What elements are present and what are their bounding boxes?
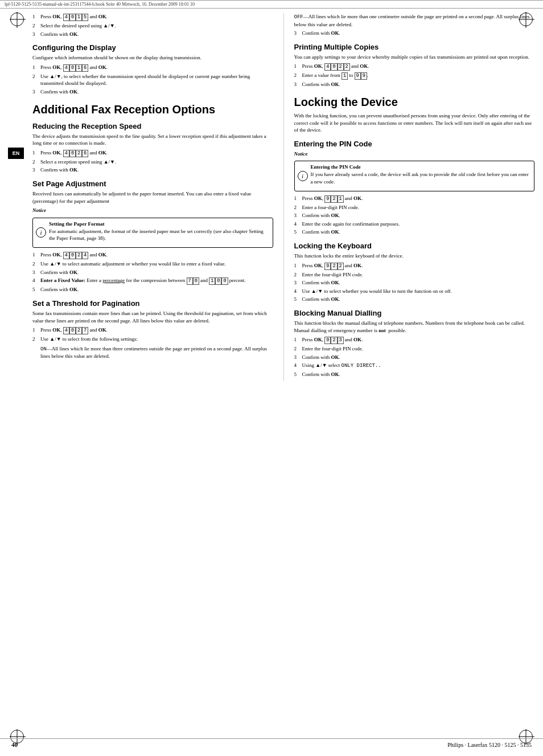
step-item: 2 Enter the four-digit PIN code. (294, 345, 535, 353)
footer-brand: Philips · Laserfax 5120 · 5125 · 5135 (447, 742, 532, 748)
step-item: 3 Confirm with OK. (32, 31, 273, 38)
set-page-adjustment-desc: Received faxes can automatically be adju… (32, 190, 273, 205)
reducing-speed-title: Reducing the Reception Speed (32, 122, 273, 130)
printing-copies-desc: You can apply settings to your device wh… (294, 54, 535, 61)
printing-copies-steps: 1 Press OK, 4022 and OK. 2 Enter a value… (294, 63, 535, 88)
step-item: 2 Use ▲/▼ to select from the following s… (32, 336, 273, 343)
step-item: 3 Confirm with OK. (294, 81, 535, 88)
threshold-on-desc: ON—All lines which lie more than three c… (40, 345, 273, 360)
printing-copies-title: Printing Multiple Copies (294, 43, 535, 51)
left-column: 1 Press OK, 4015 and OK. 2 Select the de… (32, 13, 284, 381)
step-item: 3 Confirm with OK. (294, 212, 535, 219)
entering-pin-steps: 1 Press OK, 921 and OK. 2 Enter a four-d… (294, 195, 535, 236)
step-item: 2 Use ▲/▼ to select automatic adjustment… (32, 260, 273, 268)
locking-device-desc: With the locking function, you can preve… (294, 112, 535, 134)
step-item: 1 Press OK, 4024 and OK. (32, 251, 273, 259)
configuring-display-steps: 1 Press OK, 4016 and OK. 2 Use ▲/▼, to s… (32, 64, 273, 96)
notice-label-page: Notice (32, 207, 273, 214)
notice-box-page: i Setting the Paper Format For automatic… (32, 218, 273, 248)
step-item: 1 Press OK, 923 and OK. (294, 336, 535, 344)
blocking-manual-steps: 1 Press OK, 923 and OK. 2 Enter the four… (294, 336, 535, 378)
step-item: 5 Confirm with OK. (294, 371, 535, 378)
notice-icon-pin: i (298, 171, 308, 181)
locking-keyboard-desc: This function locks the entire keyboard … (294, 252, 535, 260)
step-item: 4 Use ▲/▼ to select whether you would li… (294, 288, 535, 295)
notice-text-page: For automatic adjustment, the format of … (49, 228, 270, 242)
step-item: 2 Enter a four-digit PIN code. (294, 204, 535, 211)
blocking-manual-title: Blocking Manual Dialling (294, 309, 535, 317)
locking-device-title: Locking the Device (294, 95, 535, 109)
step-item: 4 Enter a Fixed Value: Enter a percentag… (32, 277, 273, 285)
step-item: 2 Select a reception speed using ▲/▼. (32, 158, 273, 166)
step-item: 3 Confirm with OK. (294, 354, 535, 361)
step-item: 1 Press OK, 4026 and OK. (32, 149, 273, 157)
columns: 1 Press OK, 4015 and OK. 2 Select the de… (24, 13, 543, 381)
footer-page: 40 (11, 741, 18, 748)
notice-label-pin: Notice (294, 150, 535, 158)
threshold-desc: Some fax transmissions contain more line… (32, 310, 273, 324)
step-item: 1 Press OK, 4027 and OK. (32, 326, 273, 334)
header-bar: lpf-5120-5125-5135-manual-uk-int-2531175… (0, 0, 543, 9)
threshold-step3: 3 Confirm with OK. (294, 30, 535, 37)
en-badge: EN (8, 148, 24, 159)
threshold-steps: 1 Press OK, 4027 and OK. 2 Use ▲/▼ to se… (32, 326, 273, 343)
reducing-speed-steps: 1 Press OK, 4026 and OK. 2 Select a rece… (32, 149, 273, 174)
header-text: lpf-5120-5125-5135-manual-uk-int-2531175… (5, 2, 195, 7)
step-item: 4 Using ▲/▼ select ONLY DIRECT.. (294, 362, 535, 370)
step-item: 4 Enter the code again for confirmation … (294, 220, 535, 228)
step-item: 5 Confirm with OK. (294, 228, 535, 236)
notice-box-pin: i Entering the PIN Code If you have alre… (294, 161, 535, 191)
step-item: 5 Confirm with OK. (294, 296, 535, 303)
step-item: 3 Confirm with OK. (294, 30, 535, 37)
step-item: 2 Enter a value from 1 to 99. (294, 72, 535, 80)
step-item: 1 Press OK, 4015 and OK. (32, 13, 273, 21)
additional-fax-title: Additional Fax Reception Options (32, 103, 273, 116)
step-item: 1 Press OK, 4022 and OK. (294, 63, 535, 71)
configuring-display-title: Configuring the Display (32, 43, 273, 52)
locking-keyboard-steps: 1 Press OK, 922 and OK. 2 Enter the four… (294, 262, 535, 303)
page-wrapper: lpf-5120-5125-5135-manual-uk-int-2531175… (0, 0, 543, 756)
threshold-off-desc: OFF—All lines which lie more than one ce… (294, 13, 535, 28)
step-item: 3 Confirm with OK. (294, 279, 535, 287)
crosshair-tr (519, 13, 533, 26)
entering-pin-title: Entering the PIN Code (294, 140, 535, 148)
step-item: 1 Press OK, 922 and OK. (294, 262, 535, 270)
crosshair-tl (10, 13, 24, 26)
step-item: 5 Confirm with OK. (32, 286, 273, 293)
footer: 40 Philips · Laserfax 5120 · 5125 · 5135 (0, 738, 543, 750)
step-item: 2 Enter the four-digit PIN code. (294, 271, 535, 279)
blocking-manual-desc: This function blocks the manual dialling… (294, 320, 535, 334)
notice-title-pin: Entering the PIN Code (311, 164, 532, 170)
step-item: 2 Use ▲/▼, to select whether the transmi… (32, 73, 273, 87)
step-item: 3 Confirm with OK. (32, 88, 273, 96)
locking-keyboard-title: Locking the Keyboard (294, 242, 535, 250)
notice-text-pin: If you have already saved a code, the de… (311, 171, 532, 185)
step-item: 2 Select the desired speed using ▲/▼. (32, 22, 273, 30)
set-page-steps: 1 Press OK, 4024 and OK. 2 Use ▲/▼ to se… (32, 251, 273, 293)
step-item: 1 Press OK, 921 and OK. (294, 195, 535, 203)
notice-icon: i (36, 227, 46, 238)
step-item: 3 Confirm with OK. (32, 166, 273, 174)
intro-steps: 1 Press OK, 4015 and OK. 2 Select the de… (32, 13, 273, 38)
set-page-adjustment-title: Set Page Adjustment (32, 179, 273, 188)
step-item: 1 Press OK, 4016 and OK. (32, 64, 273, 72)
reducing-speed-desc: The device adjusts the transmission spee… (32, 133, 273, 147)
right-column: OFF—All lines which lie more than one ce… (284, 13, 535, 381)
step-item: 3 Confirm with OK. (32, 269, 273, 276)
notice-title-page: Setting the Paper Format (49, 221, 270, 227)
threshold-title: Set a Threshold for Pagination (32, 299, 273, 308)
configuring-display-desc: Configure which information should be sh… (32, 54, 273, 62)
